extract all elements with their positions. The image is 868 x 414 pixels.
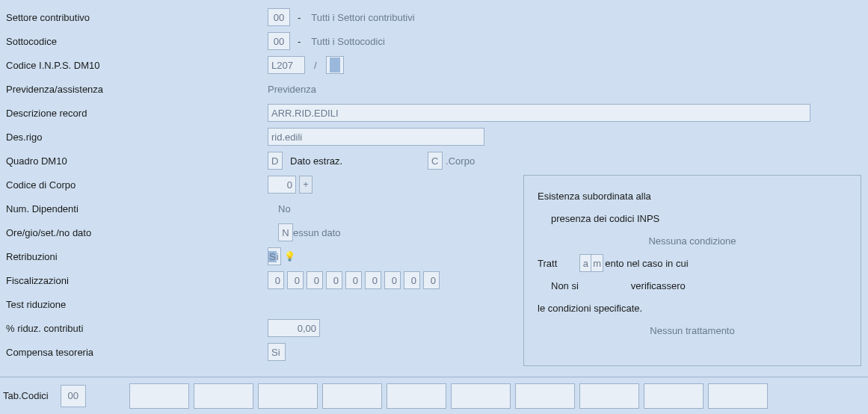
fiscalizzazioni-group: [268, 271, 440, 289]
input-sottocodice[interactable]: [268, 32, 290, 50]
input-codiceinps-suffix[interactable]: [326, 56, 344, 74]
separator: -: [298, 12, 301, 23]
row-previdenza: Previdenza/assistenza Previdenza: [6, 78, 862, 100]
input-compensa[interactable]: [268, 343, 286, 361]
value-numdipendenti: No: [278, 203, 291, 214]
input-fisc-1[interactable]: [287, 271, 304, 289]
side-condizione: Nessuna condizione: [538, 235, 847, 247]
label-quadro: Quadro DM10: [6, 155, 268, 167]
row-codiceinps: Codice I.N.P.S. DM10 /: [6, 54, 862, 76]
bottom-bar: Tab.Codici: [0, 377, 868, 414]
row-desrigo: Des.rigo: [6, 126, 862, 148]
label-testriduzione: Test riduzione: [6, 299, 268, 310]
bottom-label: Tab.Codici: [3, 390, 49, 401]
label-retribuzioni: Retribuzioni: [6, 251, 268, 262]
text-corpo: .Corpo: [446, 155, 475, 167]
input-fisc-2[interactable]: [307, 271, 323, 289]
input-fisc-0[interactable]: [268, 271, 284, 289]
side-text-4b: verificassero: [631, 280, 686, 291]
input-codiceinps[interactable]: [268, 56, 305, 74]
label-descrizione: Descrizione record: [6, 108, 268, 119]
input-quadro-2[interactable]: [428, 152, 443, 170]
label-numdipendenti: Num. Dipendenti: [6, 203, 268, 214]
input-pctriduz[interactable]: [268, 319, 320, 337]
input-codicecorpo[interactable]: [268, 176, 296, 194]
input-fisc-6[interactable]: [384, 271, 401, 289]
input-fisc-3[interactable]: [326, 271, 342, 289]
desc-settore: Tutti i Settori contributivi: [311, 12, 414, 23]
input-retribuzioni[interactable]: S i: [268, 247, 281, 265]
bottom-cell-8[interactable]: [579, 383, 639, 409]
side-text-1: Esistenza subordinata alla: [538, 191, 651, 202]
side-trattamento: Nessun trattamento: [538, 325, 847, 336]
label-desrigo: Des.rigo: [6, 132, 268, 143]
bottom-cell-10[interactable]: [708, 383, 768, 409]
label-fiscalizzazioni: Fiscalizzazioni: [6, 275, 268, 286]
label-codiceinps: Codice I.N.P.S. DM10: [6, 60, 268, 71]
input-ore[interactable]: N: [278, 223, 293, 241]
bottom-cell-6[interactable]: [451, 383, 511, 409]
input-quadro-1[interactable]: [268, 152, 283, 170]
label-previdenza: Previdenza/assistenza: [6, 84, 268, 95]
button-plus[interactable]: +: [299, 176, 313, 194]
value-previdenza: Previdenza: [268, 84, 316, 95]
input-descrizione[interactable]: [268, 104, 810, 122]
side-text-5: le condizioni specificate.: [538, 303, 642, 314]
bottom-cell-2[interactable]: [194, 383, 253, 409]
label-settore: Settore contributivo: [6, 12, 268, 23]
slash: /: [314, 60, 317, 71]
bottom-cell-5[interactable]: [387, 383, 446, 409]
bottom-cell-1[interactable]: [129, 383, 189, 409]
row-quadro: Quadro DM10 Dato estraz. .Corpo: [6, 149, 862, 172]
desc-sottocodice: Tutti i Sottocodici: [311, 36, 385, 47]
side-text-3b: ento nel caso in cui: [605, 258, 688, 269]
input-fisc-4[interactable]: [345, 271, 362, 289]
text-ore-rest: essun dato: [293, 227, 341, 238]
bottom-cell-7[interactable]: [515, 383, 575, 409]
label-sottocodice: Sottocodice: [6, 36, 268, 47]
label-pctriduz: % riduz. contributi: [6, 323, 268, 334]
separator: -: [298, 36, 301, 47]
lightbulb-icon[interactable]: 💡: [284, 251, 295, 262]
row-sottocodice: Sottocodice - Tutti i Sottocodici: [6, 30, 862, 52]
label-ore: Ore/gio/set./no dato: [6, 227, 268, 238]
bottom-first[interactable]: [61, 385, 86, 407]
side-text-2: presenza dei codici INPS: [551, 213, 659, 224]
input-desrigo[interactable]: [268, 128, 484, 146]
input-fisc-5[interactable]: [365, 271, 381, 289]
side-text-4a: Non si: [551, 280, 579, 291]
side-cell-a[interactable]: a: [579, 254, 591, 272]
input-fisc-7[interactable]: [404, 271, 420, 289]
row-settore: Settore contributivo - Tutti i Settori c…: [6, 6, 862, 28]
side-text-3a: Tratt: [538, 258, 557, 269]
input-settore[interactable]: [268, 8, 290, 26]
text-dato-estraz: Dato estraz.: [290, 155, 342, 167]
row-descrizione: Descrizione record: [6, 102, 862, 124]
cursor-selection: [330, 58, 340, 72]
bottom-cell-9[interactable]: [644, 383, 704, 409]
side-cell-b[interactable]: m: [591, 254, 603, 272]
bottom-cell-4[interactable]: [322, 383, 382, 409]
label-compensa: Compensa tesoreria: [6, 347, 268, 358]
bottom-cell-3[interactable]: [258, 383, 318, 409]
label-codicecorpo: Codice di Corpo: [6, 179, 268, 191]
input-fisc-8[interactable]: [423, 271, 440, 289]
side-panel: Esistenza subordinata alla presenza dei …: [523, 175, 861, 366]
